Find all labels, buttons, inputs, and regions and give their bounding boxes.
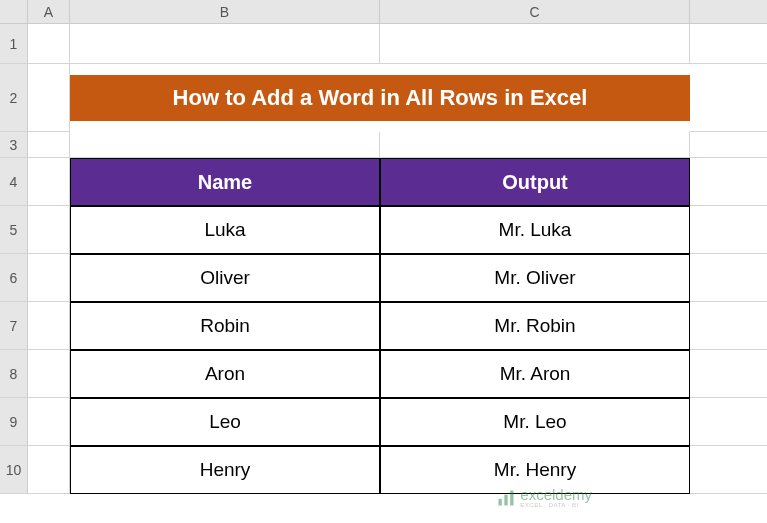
row-header-6[interactable]: 6	[0, 254, 28, 302]
table-header-output[interactable]: Output	[380, 158, 690, 206]
cell[interactable]	[690, 158, 767, 206]
cell[interactable]	[70, 24, 380, 64]
row-header-1[interactable]: 1	[0, 24, 28, 64]
cell[interactable]	[690, 446, 767, 494]
svg-rect-1	[505, 494, 508, 505]
row-header-9[interactable]: 9	[0, 398, 28, 446]
table-cell-output[interactable]: Mr. Oliver	[380, 254, 690, 302]
cell[interactable]	[690, 254, 767, 302]
title-cell[interactable]: How to Add a Word in All Rows in Excel	[70, 64, 690, 132]
table-cell-name[interactable]: Henry	[70, 446, 380, 494]
cell[interactable]	[28, 24, 70, 64]
cell[interactable]	[380, 24, 690, 64]
cell[interactable]	[690, 350, 767, 398]
row-header-3[interactable]: 3	[0, 132, 28, 158]
cell[interactable]	[690, 24, 767, 64]
cell[interactable]	[690, 302, 767, 350]
col-header-blank[interactable]	[690, 0, 767, 24]
cell[interactable]	[28, 158, 70, 206]
table-cell-output[interactable]: Mr. Robin	[380, 302, 690, 350]
table-header-name[interactable]: Name	[70, 158, 380, 206]
row-header-7[interactable]: 7	[0, 302, 28, 350]
col-header-c[interactable]: C	[380, 0, 690, 24]
table-cell-name[interactable]: Robin	[70, 302, 380, 350]
cell[interactable]	[70, 132, 380, 158]
table-cell-name[interactable]: Aron	[70, 350, 380, 398]
cell[interactable]	[28, 254, 70, 302]
spreadsheet-grid: A B C 1 2 How to Add a Word in All Rows …	[0, 0, 767, 494]
table-cell-output[interactable]: Mr. Henry	[380, 446, 690, 494]
col-header-b[interactable]: B	[70, 0, 380, 24]
cell[interactable]	[28, 350, 70, 398]
row-header-4[interactable]: 4	[0, 158, 28, 206]
table-cell-output[interactable]: Mr. Aron	[380, 350, 690, 398]
cell[interactable]	[690, 64, 767, 132]
table-cell-name[interactable]: Luka	[70, 206, 380, 254]
page-title: How to Add a Word in All Rows in Excel	[70, 75, 690, 121]
svg-rect-0	[499, 498, 502, 505]
watermark-tagline: EXCEL · DATA · BI	[520, 502, 592, 508]
cell[interactable]	[690, 132, 767, 158]
select-all-corner[interactable]	[0, 0, 28, 24]
row-header-2[interactable]: 2	[0, 64, 28, 132]
cell[interactable]	[380, 132, 690, 158]
cell[interactable]	[690, 206, 767, 254]
row-header-5[interactable]: 5	[0, 206, 28, 254]
cell[interactable]	[690, 398, 767, 446]
cell[interactable]	[28, 206, 70, 254]
table-cell-name[interactable]: Leo	[70, 398, 380, 446]
col-header-a[interactable]: A	[28, 0, 70, 24]
cell[interactable]	[28, 132, 70, 158]
cell[interactable]	[28, 446, 70, 494]
row-header-10[interactable]: 10	[0, 446, 28, 494]
row-header-8[interactable]: 8	[0, 350, 28, 398]
table-cell-output[interactable]: Mr. Leo	[380, 398, 690, 446]
table-cell-name[interactable]: Oliver	[70, 254, 380, 302]
cell[interactable]	[28, 302, 70, 350]
cell[interactable]	[28, 398, 70, 446]
cell[interactable]	[28, 64, 70, 132]
table-cell-output[interactable]: Mr. Luka	[380, 206, 690, 254]
